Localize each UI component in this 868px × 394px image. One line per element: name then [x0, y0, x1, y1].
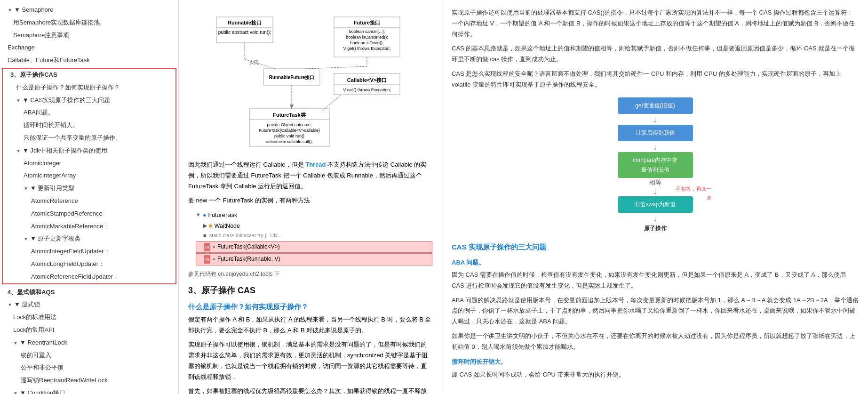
- sidebar-item-aba[interactable]: ABA问题。: [3, 106, 175, 119]
- section-title: 3、原子操作 CAS: [188, 285, 432, 296]
- sidebar-item-fair-unfair[interactable]: 公平和非公平锁: [0, 362, 178, 374]
- cas-atomic-label: 原子操作: [594, 224, 717, 233]
- sidebar-item-reentrant-lock[interactable]: ▼▼ ReentrantLock: [0, 337, 178, 349]
- right-intro: 实现原子操作还可以使用当前的处理器基本都支持 CAS()的指令，只不过每个厂家所…: [452, 8, 859, 40]
- sidebar-item-cas-three-problems[interactable]: ▼▼ CAS实现原子操作的三大问题: [3, 94, 175, 107]
- right-cas-safety: CAS 是怎么实现线程的安全呢？语言层面不做处理，我们将其交给硬件一 CPU 和…: [452, 69, 859, 90]
- cas-flow-box-3: compare内存中变量值和旧值: [618, 152, 693, 178]
- svg-text:实现: 实现: [249, 60, 259, 65]
- sidebar-item-callable-future[interactable]: Callable、Future和FutureTask: [0, 54, 178, 67]
- class-diagram-svg: Runnable接口 public abstract void run(); F…: [202, 12, 419, 153]
- svg-text:boolean isDone();: boolean isDone();: [350, 40, 383, 45]
- sidebar-item-atomic-markable[interactable]: AtomicMarkableReference：: [3, 220, 175, 233]
- cas-flow-box-2: 计算后得到新值: [618, 125, 693, 141]
- sidebar-item-semaphore-notes[interactable]: Semaphore注意事项: [0, 29, 178, 42]
- svg-text:public void run(): public void run(): [274, 134, 304, 138]
- file-tree-method-callable[interactable]: m ● FutureTask(Callable<V>): [196, 241, 432, 253]
- svg-text:private Object outcome;: private Object outcome;: [267, 122, 311, 127]
- sidebar-item-lock-standard[interactable]: Lock的标准用法: [0, 311, 178, 324]
- sidebar-item-locks-aqs[interactable]: 4、显式锁和AQS: [0, 286, 178, 299]
- svg-text:public abstract void run();: public abstract void run();: [218, 30, 271, 35]
- svg-text:Future接口: Future接口: [353, 20, 380, 25]
- sidebar-item-lock-common-api[interactable]: Lock的常用API: [0, 324, 178, 337]
- sidebar-item-explicit-lock[interactable]: ▼▼ 显式锁: [0, 298, 178, 311]
- sidebar-item-loop-time[interactable]: 循环时间长开销大。: [3, 119, 175, 132]
- svg-text:FutureTask(Callable<V>callable: FutureTask(Callable<V>callable): [258, 128, 319, 133]
- aba-para3: 如果你是一个讲卫生讲文明的小伙子，不但关心水在不在，还要在你离开的时候水被人动过…: [452, 331, 859, 353]
- sidebar: ▼▼ Semaphore 用Semaphore实现数据库连接池 Semaphor…: [0, 0, 179, 394]
- cas-flow-box-1: get变量值(旧值): [618, 97, 693, 113]
- svg-text:FutureTask类: FutureTask类: [273, 112, 306, 118]
- para2: 实现原子操作可以使用锁，锁机制，满足基本的需求是没有问题的了，但是有时候我们的需…: [188, 339, 432, 382]
- sidebar-item-lock-reentrant[interactable]: 锁的可重入: [0, 349, 178, 362]
- file-tree-static-init: ■ static class initializer try { UN...: [196, 231, 432, 241]
- svg-line-20: [306, 66, 367, 69]
- para1: 假定有两个操作 A 和 B，如果从执行 A 的线程来看，当另一个线程执行 B 时…: [188, 314, 432, 336]
- sidebar-item-exchange[interactable]: Exchange: [0, 41, 178, 54]
- file-tree: ▼ ● FutureTask ▶ ■ WaitNode ■ static cla…: [196, 210, 432, 265]
- svg-text:V get() throws Exception;: V get() throws Exception;: [343, 46, 390, 51]
- svg-text:RunnableFuture接口: RunnableFuture接口: [269, 75, 314, 80]
- not-equal-label: 不相等，再来一次: [674, 185, 712, 202]
- right-cas-basic: CAS 的基本思路就是，如果这个地址上的值和期望的值相等，则给其赋予新值，否则不…: [452, 43, 859, 65]
- cas-three-title: CAS 实现原子操作的三大问题: [452, 241, 859, 253]
- new-future-text: 要 new 一个 FutureTask 的实例，有两种方法: [188, 195, 432, 206]
- sidebar-item-update-field-types[interactable]: ▼▼ 原子更新字段类: [3, 233, 175, 245]
- sidebar-item-atomic-integer-array[interactable]: AtomicIntegerArray: [3, 169, 175, 182]
- sidebar-item-semaphore-pool[interactable]: 用Semaphore实现数据库连接池: [0, 16, 178, 29]
- svg-text:Runnable接口: Runnable接口: [227, 20, 261, 25]
- sidebar-item-update-ref-types[interactable]: ▼▼ 更新引用类型: [3, 182, 175, 195]
- svg-text:Callable<V>接口: Callable<V>接口: [347, 77, 386, 83]
- file-tree-method-runnable[interactable]: m ● FutureTask(Runnable, V): [196, 253, 432, 265]
- sidebar-item-rw-lock[interactable]: 逐写锁ReentrantReadWriteLock: [0, 374, 178, 387]
- cas-arrow-1: ↓: [594, 115, 717, 125]
- file-tree-root: ▼ ● FutureTask: [196, 210, 432, 221]
- svg-marker-30: [290, 105, 294, 109]
- cas-arrow-2: ↓: [594, 142, 717, 153]
- aba-para2: ABA 问题的解决思路就是使用版本号，在变量前面追加上版本号，每次变量更新的时候…: [452, 295, 859, 327]
- sidebar-item-atomic-integer[interactable]: AtomicInteger: [3, 157, 175, 170]
- sidebar-item-atomic-ref-field[interactable]: AtomicReferenceFieldUpdater：: [3, 271, 175, 283]
- aba-title: ABA 问题。: [452, 257, 859, 268]
- middle-panel: Runnable接口 public abstract void run(); F…: [179, 0, 442, 394]
- sidebar-item-atomic-int-field[interactable]: AtomicIntegerFieldUpdater：: [3, 245, 175, 258]
- sidebar-item-atomic-ref[interactable]: AtomicReference: [3, 195, 175, 208]
- class-diagram: Runnable接口 public abstract void run(); F…: [188, 12, 432, 155]
- aba-para1: 因为 CAS 需要在操作值的时候，检查值有没有发生变化，如果没有发生变化则更新，…: [452, 270, 859, 291]
- cas-section: 3、原子操作CAS 什么是原子操作？如何实现原子操作？ ▼▼ CAS实现原子操作…: [2, 68, 176, 284]
- thread-ref-para: 因此我们通过一个线程运行 Callable，但是 Thread 不支持构造方法中…: [188, 160, 432, 192]
- sidebar-item-atomic-stamped[interactable]: AtomicStampedReference: [3, 208, 175, 220]
- loop-para: 旋 CAS 如果长时间不成功，会给 CPU 带来非常大的执行开销。: [452, 370, 859, 380]
- right-panel: 实现原子操作还可以使用当前的处理器基本都支持 CAS()的指令，只不过每个厂家所…: [442, 0, 868, 394]
- svg-text:boolean cancel(...);: boolean cancel(...);: [349, 29, 385, 34]
- file-tree-waitnode: ▶ ■ WaitNode: [196, 221, 432, 232]
- sidebar-item-semaphore[interactable]: ▼▼ Semaphore: [0, 4, 178, 16]
- code-ref: 参见代码包 cn.enjoyedu.ch2.tools 下: [188, 269, 432, 279]
- cas-arrow-4: ↓: [594, 214, 717, 224]
- sidebar-item-what-is-cas[interactable]: 什么是原子操作？如何实现原子操作？: [3, 81, 175, 94]
- loop-title: 循环时间长开销大。: [452, 357, 859, 367]
- sidebar-item-cas-header[interactable]: 3、原子操作CAS: [3, 69, 175, 81]
- sidebar-item-only-one[interactable]: 只能保证一个共享变量的原子操作。: [3, 132, 175, 145]
- svg-text:boolean isCancelled();: boolean isCancelled();: [346, 35, 388, 40]
- para3: 首先，如果被阻塞的线程优先级很高很重要怎么办？其次，如果获得锁的线程一直不释放锁…: [188, 386, 432, 394]
- sidebar-item-jdk-atomic[interactable]: ▼▼ Jdk中相关原子操作类的使用: [3, 145, 175, 157]
- sub-title: 什么是原子操作？如何实现原子操作？: [188, 303, 432, 312]
- sidebar-item-condition-iface[interactable]: ▼▼ Condition接口: [0, 387, 178, 394]
- svg-line-31: [322, 95, 341, 111]
- cas-flow-diagram: get变量值(旧值) ↓ 计算后得到新值 ↓ compare内存中变量值和旧值 …: [594, 97, 717, 233]
- svg-text:outcome = callable.call();: outcome = callable.call();: [266, 139, 313, 144]
- svg-text:V call() throws Exception;: V call() throws Exception;: [343, 88, 391, 92]
- sidebar-item-atomic-long-field[interactable]: AtomicLongFieldUpdater：: [3, 258, 175, 271]
